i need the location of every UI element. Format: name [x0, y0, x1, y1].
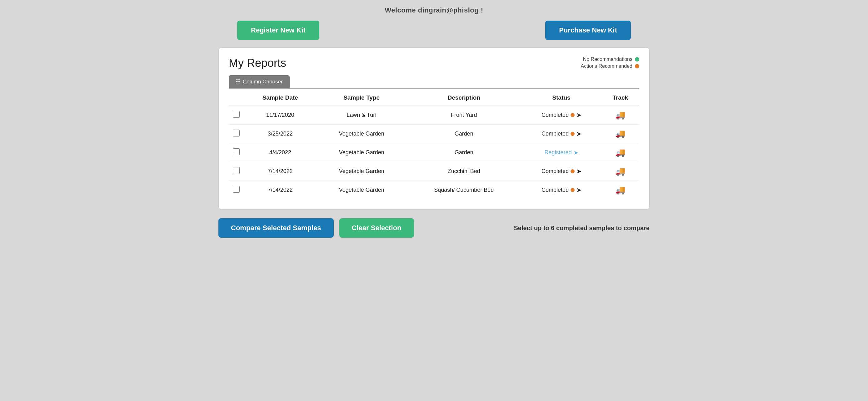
legend-actions-recommended: Actions Recommended [581, 63, 639, 69]
table-row: 7/14/2022Vegetable GardenSquash/ Cucumbe… [229, 181, 639, 200]
col-status: Status [522, 90, 601, 106]
clear-selection-button[interactable]: Clear Selection [339, 218, 414, 238]
column-chooser-label: Column Chooser [243, 79, 283, 85]
cell-track[interactable]: 🚚 [601, 143, 639, 162]
row-checkbox[interactable] [233, 148, 240, 155]
cell-sample-date: 11/17/2020 [244, 106, 316, 125]
status-arrow-icon: ➤ [577, 112, 581, 119]
cell-sample-type: Lawn & Turf [316, 106, 406, 125]
cell-sample-date: 4/4/2022 [244, 143, 316, 162]
table-row: 7/14/2022Vegetable GardenZucchini BedCom… [229, 162, 639, 181]
cell-status[interactable]: Completed➤ [522, 181, 601, 200]
cell-status[interactable]: Completed➤ [522, 125, 601, 143]
truck-icon[interactable]: 🚚 [615, 129, 625, 138]
cell-sample-type: Vegetable Garden [316, 143, 406, 162]
reports-header: My Reports No Recommendations Actions Re… [229, 57, 639, 70]
status-label: Completed [541, 131, 569, 137]
cell-description: Squash/ Cucumber Bed [406, 181, 522, 200]
column-chooser-button[interactable]: ☷ Column Chooser [229, 75, 290, 88]
row-checkbox[interactable] [233, 186, 240, 193]
cell-sample-date: 3/25/2022 [244, 125, 316, 143]
cell-status[interactable]: Completed➤ [522, 162, 601, 181]
status-label: Registered [545, 149, 572, 156]
truck-icon[interactable]: 🚚 [615, 166, 625, 176]
compare-hint: Select up to 6 completed samples to comp… [514, 225, 650, 232]
row-checkbox-cell[interactable] [229, 143, 244, 162]
row-checkbox[interactable] [233, 130, 240, 136]
status-dot [570, 132, 575, 136]
status-arrow-icon: ➤ [577, 131, 581, 137]
status-dot [570, 113, 575, 117]
cell-sample-date: 7/14/2022 [244, 162, 316, 181]
reports-card: My Reports No Recommendations Actions Re… [218, 47, 650, 209]
table-header-row: Sample Date Sample Type Description Stat… [229, 90, 639, 106]
no-recommendations-dot [635, 57, 639, 62]
cell-description: Front Yard [406, 106, 522, 125]
status-arrow-icon: ➤ [574, 149, 578, 156]
row-checkbox-cell[interactable] [229, 125, 244, 143]
reports-table-wrapper: Sample Date Sample Type Description Stat… [229, 88, 639, 199]
cell-status[interactable]: Registered➤ [522, 143, 601, 162]
cell-sample-type: Vegetable Garden [316, 181, 406, 200]
cell-track[interactable]: 🚚 [601, 181, 639, 200]
status-label: Completed [541, 187, 569, 193]
cell-sample-type: Vegetable Garden [316, 162, 406, 181]
col-track: Track [601, 90, 639, 106]
reports-title: My Reports [229, 57, 286, 70]
reports-table: Sample Date Sample Type Description Stat… [229, 90, 639, 199]
cell-track[interactable]: 🚚 [601, 162, 639, 181]
col-select [229, 90, 244, 106]
row-checkbox-cell[interactable] [229, 162, 244, 181]
column-chooser-icon: ☷ [236, 78, 240, 85]
cell-description: Zucchini Bed [406, 162, 522, 181]
table-row: 11/17/2020Lawn & TurfFront YardCompleted… [229, 106, 639, 125]
purchase-new-kit-button[interactable]: Purchase New Kit [545, 21, 631, 40]
table-row: 4/4/2022Vegetable GardenGardenRegistered… [229, 143, 639, 162]
table-row: 3/25/2022Vegetable GardenGardenCompleted… [229, 125, 639, 143]
status-label: Completed [541, 112, 569, 119]
row-checkbox[interactable] [233, 111, 240, 118]
actions-recommended-label: Actions Recommended [581, 63, 632, 69]
cell-status[interactable]: Completed➤ [522, 106, 601, 125]
row-checkbox-cell[interactable] [229, 181, 244, 200]
compare-selected-samples-button[interactable]: Compare Selected Samples [218, 218, 334, 238]
status-arrow-icon: ➤ [577, 168, 581, 175]
cell-sample-type: Vegetable Garden [316, 125, 406, 143]
cell-description: Garden [406, 125, 522, 143]
row-checkbox[interactable] [233, 167, 240, 174]
status-dot [570, 169, 575, 173]
cell-sample-date: 7/14/2022 [244, 181, 316, 200]
actions-recommended-dot [635, 64, 639, 68]
cell-track[interactable]: 🚚 [601, 125, 639, 143]
status-label: Completed [541, 168, 569, 175]
truck-icon[interactable]: 🚚 [615, 185, 625, 195]
register-new-kit-button[interactable]: Register New Kit [237, 21, 319, 40]
cell-track[interactable]: 🚚 [601, 106, 639, 125]
status-dot [570, 188, 575, 192]
legend: No Recommendations Actions Recommended [581, 57, 639, 69]
col-sample-type: Sample Type [316, 90, 406, 106]
col-sample-date: Sample Date [244, 90, 316, 106]
cell-description: Garden [406, 143, 522, 162]
no-recommendations-label: No Recommendations [583, 57, 632, 62]
row-checkbox-cell[interactable] [229, 106, 244, 125]
truck-icon[interactable]: 🚚 [615, 110, 625, 120]
welcome-text: Welcome dingrain@phislog ! [218, 6, 650, 14]
truck-icon[interactable]: 🚚 [615, 148, 625, 157]
legend-no-recommendations: No Recommendations [583, 57, 639, 62]
bottom-bar: Compare Selected Samples Clear Selection… [218, 209, 650, 241]
col-description: Description [406, 90, 522, 106]
top-buttons-row: Register New Kit Purchase New Kit [218, 21, 650, 40]
status-arrow-icon: ➤ [577, 187, 581, 194]
